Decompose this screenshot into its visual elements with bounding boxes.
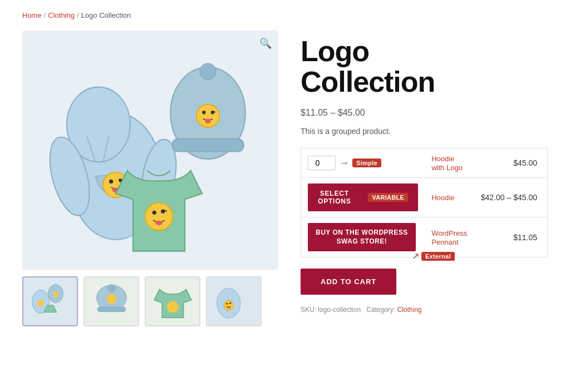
product-info: Logo Collection $11.05 – $45.00 This is … bbox=[301, 31, 548, 314]
main-product-image[interactable]: 🔍 bbox=[22, 31, 278, 270]
gallery-section: 🔍 bbox=[22, 31, 278, 326]
arrow-icon-2: → bbox=[356, 193, 364, 202]
svg-point-20 bbox=[155, 220, 162, 225]
thumbnail-3[interactable] bbox=[145, 276, 200, 326]
product-link-hoodie[interactable]: Hoodie bbox=[431, 193, 454, 202]
zoom-icon[interactable]: 🔍 bbox=[259, 37, 272, 49]
table-row-pennant: BUY ON THE WORDPRESSSWAG STORE! ↗ Extern… bbox=[301, 217, 548, 257]
badge-simple: Simple bbox=[352, 158, 381, 167]
svg-point-13 bbox=[196, 104, 219, 127]
grouped-product-table: → Simple Hoodie with Logo $45.00 bbox=[301, 148, 548, 257]
product-meta: SKU: logo-collection Category: Clothing bbox=[301, 306, 548, 314]
buy-external-label: BUY ON THE WORDPRESSSWAG STORE! bbox=[316, 229, 408, 245]
breadcrumb-current: Logo Collection bbox=[81, 11, 131, 19]
price-cell-3: $11.05 bbox=[474, 217, 548, 257]
thumbnail-1[interactable] bbox=[22, 276, 78, 326]
breadcrumb-home[interactable]: Home bbox=[22, 11, 42, 19]
svg-point-24 bbox=[53, 292, 58, 297]
table-row-hoodie: SELECT OPTIONS → Variable Hoodie $42.00 … bbox=[301, 178, 548, 217]
product-price-2: $42.00 – $45.00 bbox=[481, 193, 540, 202]
svg-point-23 bbox=[37, 300, 44, 306]
breadcrumb-sep2: / bbox=[77, 11, 79, 19]
table-row-hoodie-logo: → Simple Hoodie with Logo $45.00 bbox=[301, 148, 548, 178]
qty-cell-3: BUY ON THE WORDPRESSSWAG STORE! ↗ Extern… bbox=[301, 217, 425, 257]
svg-point-16 bbox=[205, 118, 210, 123]
buy-external-button[interactable]: BUY ON THE WORDPRESSSWAG STORE! bbox=[308, 223, 416, 251]
external-arrow-icon: ↗ bbox=[412, 251, 419, 261]
qty-cell-1: → Simple bbox=[301, 148, 425, 178]
svg-point-27 bbox=[107, 284, 115, 291]
product-illustration bbox=[35, 43, 266, 258]
svg-point-28 bbox=[106, 294, 116, 304]
qty-input-1[interactable] bbox=[308, 156, 336, 170]
svg-point-34 bbox=[227, 306, 230, 309]
sku-label: SKU: bbox=[301, 306, 316, 314]
price-cell-1: $45.00 bbox=[474, 148, 548, 178]
thumbnail-4[interactable] bbox=[206, 276, 262, 326]
product-price-3: $11.05 bbox=[513, 233, 540, 242]
svg-point-7 bbox=[109, 179, 113, 183]
breadcrumb: Home / Clothing / Logo Collection bbox=[22, 11, 548, 19]
svg-rect-26 bbox=[97, 307, 125, 312]
svg-point-31 bbox=[224, 300, 233, 310]
svg-point-17 bbox=[145, 202, 173, 230]
svg-rect-11 bbox=[172, 138, 243, 151]
product-name-cell-3: WordPress Pennant bbox=[425, 217, 474, 257]
svg-point-32 bbox=[226, 302, 228, 304]
category-label: Category: bbox=[366, 306, 395, 314]
product-title: Logo Collection bbox=[301, 36, 548, 97]
product-link-pennant[interactable]: WordPress Pennant bbox=[431, 229, 467, 246]
thumbnails bbox=[22, 276, 278, 326]
product-name-cell-1: Hoodie with Logo bbox=[425, 148, 474, 178]
svg-point-14 bbox=[202, 111, 205, 114]
product-price-1: $45.00 bbox=[513, 158, 540, 167]
select-options-button[interactable]: SELECT OPTIONS → Variable bbox=[308, 183, 418, 211]
select-options-label: SELECT OPTIONS bbox=[318, 190, 351, 205]
category-link[interactable]: Clothing bbox=[397, 306, 421, 314]
badge-variable: Variable bbox=[368, 193, 408, 202]
price-cell-2: $42.00 – $45.00 bbox=[474, 178, 548, 217]
sku-value: logo-collection bbox=[318, 306, 361, 314]
svg-point-18 bbox=[153, 210, 156, 214]
product-link-hoodie-logo[interactable]: Hoodie with Logo bbox=[431, 155, 463, 172]
svg-point-29 bbox=[166, 301, 178, 312]
thumbnail-2[interactable] bbox=[83, 276, 139, 326]
breadcrumb-clothing[interactable]: Clothing bbox=[48, 11, 75, 19]
svg-point-12 bbox=[200, 63, 216, 80]
price-range: $11.05 – $45.00 bbox=[301, 108, 548, 118]
arrow-icon-1: → bbox=[339, 157, 349, 169]
svg-point-33 bbox=[229, 302, 231, 304]
breadcrumb-sep1: / bbox=[44, 11, 46, 19]
add-to-cart-button[interactable]: ADD TO CART bbox=[301, 269, 396, 295]
product-description: This is a grouped product. bbox=[301, 127, 548, 136]
product-name-cell-2: Hoodie bbox=[425, 178, 474, 217]
qty-cell-2: SELECT OPTIONS → Variable bbox=[301, 178, 425, 217]
qty-badge-wrap-1: → Simple bbox=[308, 156, 418, 170]
svg-point-19 bbox=[161, 209, 165, 213]
product-layout: 🔍 bbox=[22, 31, 548, 326]
